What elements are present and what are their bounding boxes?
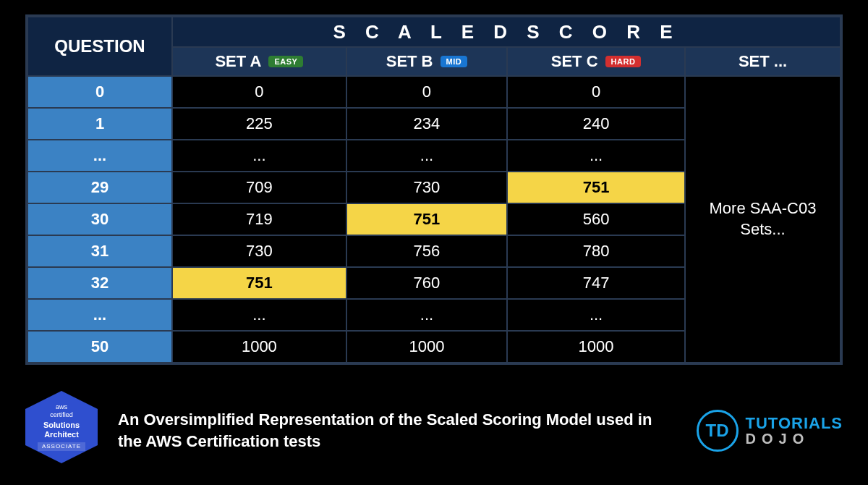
question-cell: 0	[27, 76, 172, 108]
score-cell-c: ...	[507, 299, 685, 331]
set-more-header: SET ...	[685, 47, 841, 76]
score-cell-a: ...	[172, 299, 346, 331]
score-cell-b: 760	[346, 267, 507, 299]
set-b-header: SET B MID	[346, 47, 507, 76]
score-cell-c: 780	[507, 235, 685, 267]
score-cell-a: 0	[172, 76, 346, 108]
score-cell-c: 1000	[507, 331, 685, 363]
score-cell-a: ...	[172, 140, 346, 172]
caption-text: An Oversimplified Representation of the …	[118, 409, 676, 452]
score-cell-c: 751	[507, 172, 685, 203]
badge-associate: ASSOCIATE	[38, 442, 85, 451]
set-a-label: SET A	[215, 52, 261, 71]
difficulty-badge-easy: EASY	[268, 56, 303, 67]
badge-architect: Architect	[44, 430, 79, 439]
question-cell: 30	[27, 203, 172, 235]
badge-aws: aws	[56, 403, 67, 410]
scaled-score-table: QUESTION S C A L E D S C O R E SET A EAS…	[27, 16, 841, 363]
badge-certified: certified	[50, 411, 73, 419]
scaled-score-header: S C A L E D S C O R E	[172, 17, 841, 47]
score-cell-c: 0	[507, 76, 685, 108]
score-cell-a: 719	[172, 203, 346, 235]
score-cell-a: 709	[172, 172, 346, 203]
question-cell: 1	[27, 108, 172, 140]
score-cell-b: 751	[346, 203, 507, 235]
question-cell: 32	[27, 267, 172, 299]
score-cell-b: 0	[346, 76, 507, 108]
question-cell: 31	[27, 235, 172, 267]
question-cell: ...	[27, 140, 172, 172]
table-body: 0000More SAA-C03 Sets...1225234240......…	[27, 76, 841, 363]
table-row: 0000More SAA-C03 Sets...	[27, 76, 841, 108]
question-cell: 29	[27, 172, 172, 203]
difficulty-badge-mid: MID	[441, 56, 468, 67]
score-cell-b: 730	[346, 172, 507, 203]
question-cell: ...	[27, 299, 172, 331]
badge-solutions: Solutions	[43, 421, 80, 430]
hexagon-icon: aws certified Solutions Architect ASSOCI…	[25, 391, 98, 463]
score-table-frame: QUESTION S C A L E D S C O R E SET A EAS…	[25, 14, 843, 365]
logo-dojo: DOJO	[746, 431, 843, 446]
set-c-label: SET C	[551, 52, 598, 71]
score-cell-a: 751	[172, 267, 346, 299]
tutorials-dojo-logo: TD TUTORIALS DOJO	[697, 410, 843, 452]
difficulty-badge-hard: HARD	[605, 56, 642, 67]
score-cell-c: ...	[507, 140, 685, 172]
question-cell: 50	[27, 331, 172, 363]
set-a-header: SET A EASY	[172, 47, 346, 76]
logo-tutorials: TUTORIALS	[746, 416, 843, 431]
score-cell-c: 747	[507, 267, 685, 299]
score-cell-c: 240	[507, 108, 685, 140]
td-circle-icon: TD	[697, 410, 739, 452]
set-b-label: SET B	[386, 52, 433, 71]
score-cell-a: 730	[172, 235, 346, 267]
score-cell-b: 1000	[346, 331, 507, 363]
aws-cert-badge: aws certified Solutions Architect ASSOCI…	[25, 391, 98, 471]
score-cell-a: 225	[172, 108, 346, 140]
score-cell-a: 1000	[172, 331, 346, 363]
set-c-header: SET C HARD	[507, 47, 685, 76]
question-header: QUESTION	[27, 17, 172, 76]
score-cell-b: ...	[346, 140, 507, 172]
score-cell-b: 756	[346, 235, 507, 267]
score-cell-b: ...	[346, 299, 507, 331]
score-cell-b: 234	[346, 108, 507, 140]
score-cell-c: 560	[507, 203, 685, 235]
footer: aws certified Solutions Architect ASSOCI…	[25, 391, 843, 471]
more-sets-cell: More SAA-C03 Sets...	[685, 76, 841, 363]
